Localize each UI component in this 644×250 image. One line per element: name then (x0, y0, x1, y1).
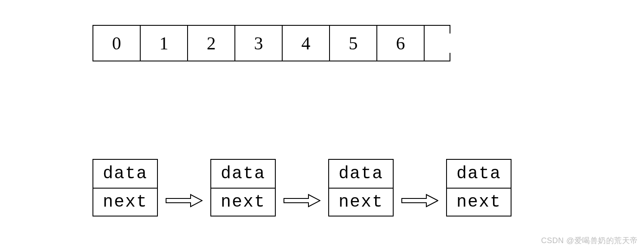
node-data-label: data (329, 160, 393, 188)
list-node: data next (446, 159, 512, 216)
linked-list-row: data next data next data next data next (92, 159, 512, 216)
list-node: data next (328, 159, 394, 216)
list-node: data next (92, 159, 158, 216)
array-row: 0 1 2 3 4 5 6 (92, 25, 450, 61)
array-cell: 6 (376, 25, 425, 61)
node-data-label: data (211, 160, 275, 188)
array-cell: 1 (140, 25, 188, 61)
node-data-label: data (447, 160, 511, 188)
arrow-right-icon (401, 193, 438, 208)
array-cell: 0 (92, 25, 141, 61)
node-next-label: next (211, 188, 275, 216)
array-tail (424, 25, 450, 61)
list-node: data next (210, 159, 276, 216)
arrow-right-icon (283, 193, 320, 208)
node-next-label: next (329, 188, 393, 216)
node-next-label: next (93, 188, 157, 216)
array-cell: 3 (234, 25, 283, 61)
array-cell: 2 (187, 25, 235, 61)
node-next-label: next (447, 188, 511, 216)
node-data-label: data (93, 160, 157, 188)
arrow-right-icon (166, 193, 203, 208)
array-cell: 4 (282, 25, 330, 61)
watermark-text: CSDN @爱喝兽奶的荒天帝 (541, 235, 638, 246)
array-cell: 5 (329, 25, 377, 61)
